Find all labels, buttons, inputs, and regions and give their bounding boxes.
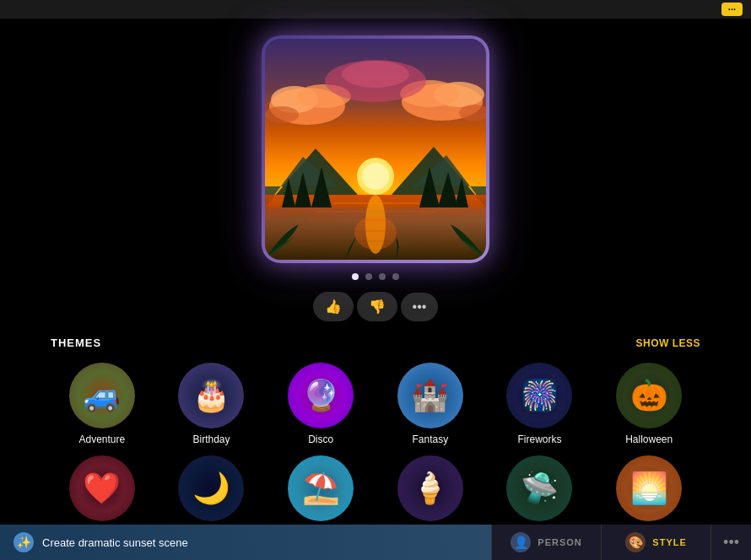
- themes-grid: 🚙Adventure🎂Birthday🔮Disco🏰Fantasy🎆Firewo…: [51, 363, 700, 538]
- style-tab[interactable]: 🎨 StyLe: [601, 525, 710, 560]
- themes-section: THEMES SHOW LESS 🚙Adventure🎂Birthday🔮Dis…: [0, 337, 751, 538]
- theme-circle-fireworks: 🎆: [506, 363, 572, 428]
- theme-label-birthday: Birthday: [192, 433, 230, 445]
- theme-circle-fantasy: 🏰: [397, 363, 463, 428]
- bottom-bar: ✨ Create dramatic sunset scene 👤 PERSON …: [0, 525, 751, 560]
- themes-header: THEMES SHOW LESS: [51, 337, 700, 349]
- theme-circle-adventure: 🚙: [69, 363, 135, 428]
- theme-circle-summer: ⛱️: [288, 455, 354, 521]
- theme-circle-sunset: 🌅: [616, 455, 682, 521]
- theme-label-adventure: Adventure: [78, 433, 125, 445]
- theme-circle-birthday: 🎂: [178, 363, 244, 428]
- bottom-prompt-area[interactable]: ✨ Create dramatic sunset scene: [0, 525, 491, 560]
- image-inner: [265, 39, 486, 260]
- theme-item-halloween[interactable]: 🎃Halloween: [597, 363, 700, 445]
- dot-4[interactable]: [392, 273, 399, 280]
- person-tab-label: PERSON: [538, 537, 581, 547]
- show-less-button[interactable]: SHOW LESS: [635, 337, 700, 349]
- style-tab-icon: 🎨: [625, 532, 646, 552]
- svg-point-13: [362, 163, 389, 190]
- svg-point-20: [354, 216, 397, 250]
- svg-point-5: [265, 106, 299, 123]
- prompt-text: Create dramatic sunset scene: [42, 536, 188, 549]
- theme-item-fantasy[interactable]: 🏰Fantasy: [379, 363, 482, 445]
- theme-item-disco[interactable]: 🔮Disco: [269, 363, 372, 445]
- theme-circle-starry-night: 🌙: [178, 455, 244, 521]
- theme-label-fireworks: Fireworks: [517, 433, 561, 445]
- theme-label-fantasy: Fantasy: [412, 433, 448, 445]
- thumbup-button[interactable]: 👍: [313, 292, 354, 321]
- top-bar: ···: [0, 0, 751, 19]
- pagination-dots: [352, 273, 399, 280]
- dot-3[interactable]: [379, 273, 386, 280]
- theme-item-adventure[interactable]: 🚙Adventure: [51, 363, 154, 445]
- prompt-icon: ✨: [14, 532, 34, 552]
- person-tab[interactable]: 👤 PERSON: [491, 525, 601, 560]
- theme-label-halloween: Halloween: [625, 433, 673, 445]
- theme-circle-disco: 🔮: [288, 363, 354, 428]
- sunset-illustration: [265, 39, 486, 260]
- person-tab-icon: 👤: [511, 532, 531, 552]
- theme-circle-party: 🍦: [397, 455, 463, 521]
- thumbdown-button[interactable]: 👎: [357, 292, 397, 321]
- svg-point-11: [342, 61, 409, 88]
- dot-2[interactable]: [365, 273, 372, 280]
- bottom-tabs: 👤 PERSON 🎨 StyLe •••: [491, 525, 751, 560]
- top-bar-button[interactable]: ···: [721, 3, 743, 16]
- bottom-more-button[interactable]: •••: [710, 525, 751, 560]
- style-tab-label: StyLe: [652, 537, 686, 547]
- dot-1[interactable]: [352, 273, 359, 280]
- theme-circle-love: ❤️: [69, 455, 135, 521]
- theme-item-fireworks[interactable]: 🎆Fireworks: [489, 363, 592, 445]
- more-button[interactable]: •••: [401, 293, 439, 321]
- main-content: 👍 👎 ••• THEMES SHOW LESS 🚙Adventure🎂Birt…: [0, 19, 751, 538]
- theme-item-birthday[interactable]: 🎂Birthday: [160, 363, 263, 445]
- theme-label-disco: Disco: [308, 433, 333, 445]
- themes-title: THEMES: [51, 337, 101, 349]
- theme-circle-sci-fi: 🛸: [506, 455, 572, 521]
- action-buttons: 👍 👎 •••: [313, 292, 439, 321]
- image-card: [262, 35, 489, 263]
- theme-circle-halloween: 🎃: [616, 363, 682, 428]
